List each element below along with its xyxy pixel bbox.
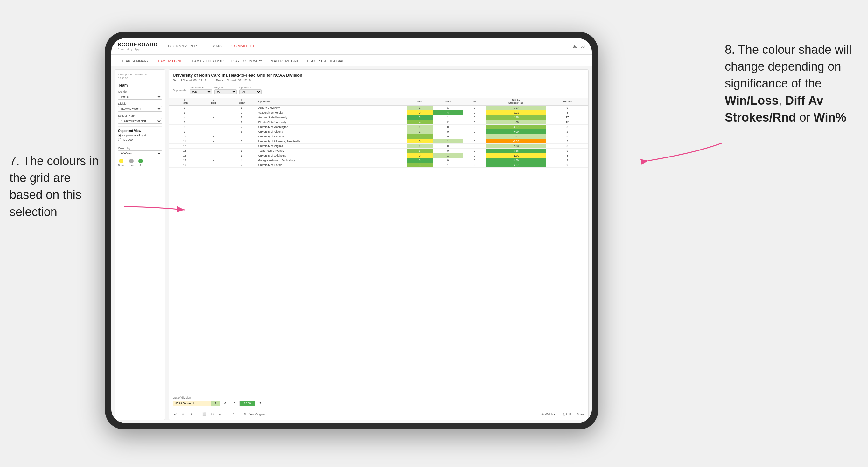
cell-reg: - [200, 134, 227, 139]
conference-label: Conference [190, 86, 212, 89]
nav-link-teams[interactable]: TEAMS [208, 43, 222, 50]
cell-tie: 0 [463, 139, 486, 144]
cell-reg: - [200, 144, 227, 149]
nav-link-committee[interactable]: COMMITTEE [231, 43, 256, 50]
grid-title: University of North Carolina Head-to-Hea… [173, 73, 585, 77]
sidebar-team-title: Team [118, 83, 162, 88]
radio-top-100[interactable]: Top 100 [118, 138, 162, 141]
cell-rounds: 3 [546, 153, 588, 158]
cell-tie: 0 [463, 149, 486, 153]
cell-opponent: Georgia Institute of Technology [257, 158, 407, 163]
cell-loss: 0 [433, 134, 463, 139]
cell-diff: 4.50 [486, 158, 546, 163]
watch-btn[interactable]: 👁 Watch ▾ [541, 413, 556, 416]
redo-btn[interactable]: ↪ [180, 412, 186, 416]
sign-out[interactable]: Sign out [568, 44, 585, 49]
data-table: #Rank #Reg #Conf Opponent Win Loss Tie D… [169, 98, 588, 168]
cell-tie: 0 [463, 134, 486, 139]
school-select[interactable]: 1. University of Nort... [118, 118, 162, 124]
overall-record: Overall Record: 89 - 17 - 0 [173, 79, 207, 82]
conference-select[interactable]: (All) [190, 89, 212, 94]
time-btn[interactable]: ⏱ [230, 412, 236, 416]
sub-nav-team-h2h-grid[interactable]: TEAM H2H GRID [152, 60, 186, 66]
toolbar-right: 👁 Watch ▾ 💬 ⊞ ↑ Share [541, 412, 585, 417]
minus-btn[interactable]: – [218, 412, 222, 416]
cell-reg: - [200, 158, 227, 163]
share-btn[interactable]: ↑ Share [574, 413, 585, 416]
cell-rank: 13 [169, 149, 200, 153]
filter-row: Opponents: Conference (All) Region (All)… [169, 84, 588, 96]
region-select[interactable]: (All) [214, 89, 237, 94]
region-label: Region [214, 86, 237, 89]
sub-nav-player-summary[interactable]: PLAYER SUMMARY [227, 60, 266, 65]
table-row: 8 - 2 University of Washington 1 0 0 3.6… [169, 125, 588, 129]
cell-reg: - [200, 139, 227, 144]
cell-opponent: University of Arizona [257, 129, 407, 134]
sub-nav-player-h2h-heatmap[interactable]: PLAYER H2H HEATMAP [304, 60, 348, 65]
app-logo-sub: Powered by clippd [118, 48, 158, 51]
cell-diff: -2.29 [486, 111, 546, 115]
comment-btn[interactable]: 💬 [563, 413, 567, 416]
cell-loss: 0 [433, 158, 463, 163]
table-row: 14 - 1 University of Oklahoma 0 1 0 -1.0… [169, 153, 588, 158]
view-label: 👁 View: Original [244, 413, 266, 416]
cell-reg: - [200, 129, 227, 134]
cell-rank: 6 [169, 120, 200, 125]
cell-rounds: 9 [546, 149, 588, 153]
grid-records: Overall Record: 89 - 17 - 0 Division Rec… [173, 79, 585, 82]
cell-diff: 5.56 [486, 149, 546, 153]
cell-diff: -4.33 [486, 139, 546, 144]
cell-conf: 2 [227, 125, 257, 129]
grid-btn[interactable]: ⊞ [569, 413, 572, 416]
opponent-filter-group: Opponent (All) [239, 86, 261, 94]
radio-opponents-played[interactable]: Opponents Played [118, 134, 162, 137]
cell-tie: 0 [463, 158, 486, 163]
division-select[interactable]: NCAA Division I [118, 106, 162, 112]
col-win: Win [407, 98, 433, 105]
sub-nav-team-summary[interactable]: TEAM SUMMARY [118, 60, 152, 65]
sidebar: Last Updated: 27/03/2024 16:55:38 Team G… [115, 69, 165, 420]
colour-by-select[interactable]: Win/loss [118, 151, 162, 156]
nav-links: TOURNAMENTS TEAMS COMMITTEE [167, 43, 568, 50]
cell-rank: 16 [169, 163, 200, 168]
col-rank: #Rank [169, 98, 200, 105]
cell-rank: 9 [169, 129, 200, 134]
out-of-division-section: Out of division NCAA Division II 1 0 0 2… [169, 394, 588, 408]
cut-btn[interactable]: ✂ [210, 412, 215, 416]
opponent-select[interactable]: (All) [239, 89, 261, 94]
table-row: 13 - 1 Texas Tech University 3 0 0 5.56 … [169, 149, 588, 153]
cell-win: 2 [407, 105, 433, 111]
gender-select[interactable]: Men's [118, 94, 162, 100]
cell-diff: -1.00 [486, 153, 546, 158]
copy-btn[interactable]: ⬜ [201, 412, 208, 416]
opponent-label: Opponent [239, 86, 261, 89]
undo-btn[interactable]: ↩ [173, 412, 178, 416]
ood-rounds: 3 [255, 401, 265, 406]
cell-opponent: University of Washington [257, 125, 407, 129]
cell-win: 1 [407, 144, 433, 149]
grid-header: University of North Carolina Head-to-Hea… [169, 70, 588, 84]
cell-opponent: University of Florida [257, 163, 407, 168]
cell-win: 0 [407, 139, 433, 144]
data-table-container: #Rank #Reg #Conf Opponent Win Loss Tie D… [169, 96, 588, 394]
cell-win: 5 [407, 115, 433, 120]
cell-loss: 1 [433, 139, 463, 144]
sub-nav-player-h2h-grid[interactable]: PLAYER H2H GRID [266, 60, 304, 65]
cell-rank: 8 [169, 125, 200, 129]
cell-rank: 4 [169, 115, 200, 120]
table-row: 6 - 2 Florida State University 4 2 0 1.8… [169, 120, 588, 125]
table-row: 9 - 3 University of Arizona 1 0 0 9.00 2 [169, 129, 588, 134]
nav-link-tournaments[interactable]: TOURNAMENTS [167, 43, 198, 50]
ood-name: NCAA Division II [173, 401, 211, 406]
refresh-btn[interactable]: ↺ [188, 412, 193, 416]
cell-reg: - [200, 125, 227, 129]
colour-up: Up [138, 159, 143, 167]
cell-conf: 6 [227, 139, 257, 144]
cell-conf: 2 [227, 111, 257, 115]
ood-loss: 0 [220, 401, 230, 406]
sub-nav-team-h2h-heatmap[interactable]: TEAM H2H HEATMAP [186, 60, 227, 65]
cell-tie: 0 [463, 163, 486, 168]
bottom-toolbar: ↩ ↪ ↺ ⬜ ✂ – ⏱ 👁 View: Original 👁 Wat [169, 408, 588, 419]
cell-win: 4 [407, 120, 433, 125]
colour-level: Level [128, 159, 134, 167]
